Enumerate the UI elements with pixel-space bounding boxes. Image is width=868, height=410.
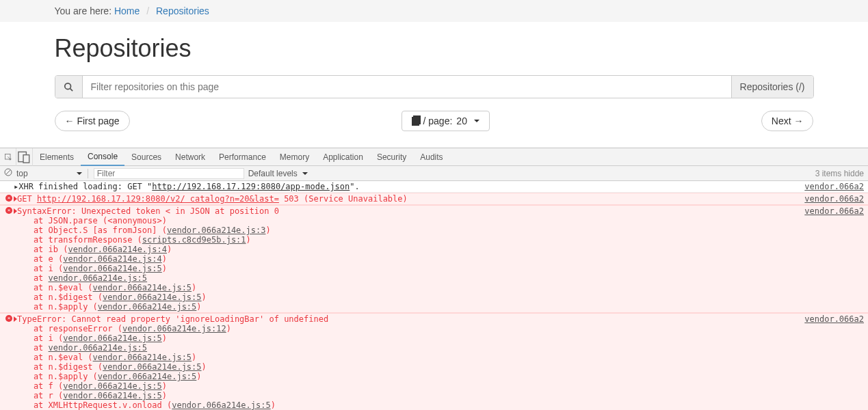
breadcrumb-bar: You are here: Home / Repositories [0,0,868,22]
pager: ← First page / page: 20 Next → [55,111,814,131]
search-bar: Repositories (/) [55,75,814,98]
breadcrumb-prefix: You are here: [55,5,112,16]
devtools-panel: ElementsConsoleSourcesNetworkPerformance… [0,148,868,410]
devtools-tab-security[interactable]: Security [370,148,413,166]
console-log-row[interactable]: ×GET http://192.168.17.129:8080/v2/ cata… [0,193,868,205]
levels-label: Default levels [248,169,298,178]
breadcrumb: You are here: Home / Repositories [55,5,209,16]
log-icon [4,182,14,182]
svg-line-6 [6,170,11,175]
inspect-icon[interactable] [0,148,16,166]
log-source-link[interactable]: vendor.066a2 [804,206,868,216]
error-icon: × [4,314,14,322]
devtools-tab-memory[interactable]: Memory [273,148,316,166]
filter-repositories-input[interactable] [83,76,731,98]
breadcrumb-separator: / [142,5,153,16]
log-source-link[interactable]: vendor.066a2 [804,182,868,191]
page-title: Repositories [55,34,814,63]
per-page-prefix: / page: [423,115,453,126]
next-page-button[interactable]: Next → [761,111,814,131]
separator [88,169,88,178]
breadcrumb-home-link[interactable]: Home [114,5,140,16]
console-filter-input[interactable] [94,168,244,179]
console-log-area[interactable]: ▸XHR finished loading: GET "http://192.1… [0,181,868,410]
console-log-row[interactable]: ×SyntaxError: Unexpected token < in JSON… [0,205,868,313]
error-icon: × [4,206,14,214]
repositories-hint: Repositories (/) [731,76,813,98]
device-toolbar-icon[interactable] [16,148,33,166]
devtools-tab-network[interactable]: Network [168,148,212,166]
app-page: You are here: Home / Repositories Reposi… [0,0,868,148]
log-source-link[interactable]: vendor.066a2 [804,314,868,324]
svg-point-0 [65,83,71,90]
error-icon: × [4,194,14,202]
breadcrumb-current-link[interactable]: Repositories [156,5,209,16]
chevron-down-icon [77,172,82,175]
hidden-count: 3 items hidde [815,169,864,178]
devtools-tab-console[interactable]: Console [81,148,124,166]
search-icon [55,76,83,98]
devtools-tabs: ElementsConsoleSourcesNetworkPerformance… [0,148,868,166]
chevron-down-icon [474,120,479,122]
first-page-button[interactable]: ← First page [55,111,130,131]
log-source-link[interactable]: vendor.066a2 [804,194,868,204]
svg-line-1 [70,89,73,92]
context-dropdown[interactable]: top [16,169,82,178]
devtools-tab-application[interactable]: Application [316,148,370,166]
console-filter-bar: top Default levels 3 items hidde [0,166,868,181]
devtools-tab-elements[interactable]: Elements [33,148,81,166]
devtools-tab-performance[interactable]: Performance [212,148,273,166]
per-page-value: 20 [456,115,467,126]
svg-rect-4 [23,155,29,163]
chevron-down-icon [302,172,308,175]
context-label: top [16,169,28,178]
console-log-row[interactable]: ×TypeError: Cannot read property 'ignore… [0,313,868,410]
levels-dropdown[interactable]: Default levels [248,169,308,178]
page-icon [412,117,419,126]
console-log-row[interactable]: ▸XHR finished loading: GET "http://192.1… [0,181,868,193]
devtools-tab-sources[interactable]: Sources [124,148,168,166]
devtools-tab-audits[interactable]: Audits [413,148,449,166]
per-page-dropdown[interactable]: / page: 20 [402,111,490,131]
clear-console-icon[interactable] [4,168,12,178]
